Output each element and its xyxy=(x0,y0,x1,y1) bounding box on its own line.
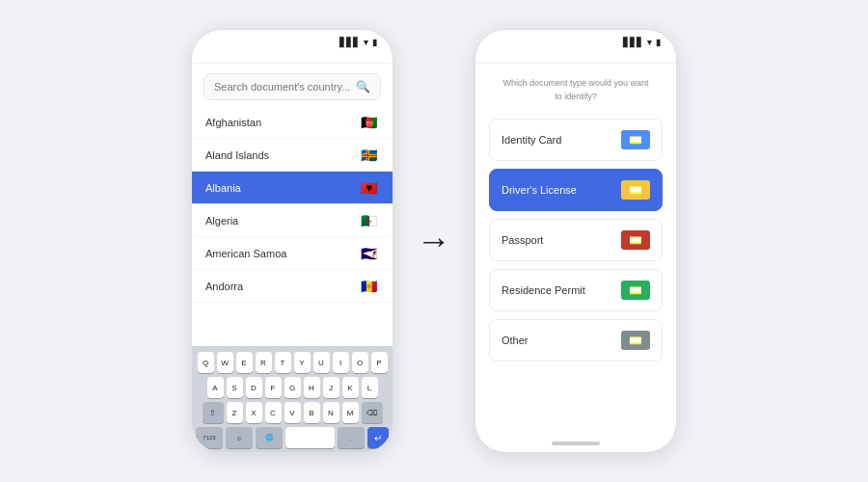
key-v[interactable]: V xyxy=(285,402,301,423)
keyboard-bottom: 7123 ☺ 🌐 . ↵ xyxy=(196,427,389,448)
key-d[interactable]: D xyxy=(246,377,262,398)
keyboard-row-3: ⇧ZXCVBNM⌫ xyxy=(196,402,389,423)
doc-option-residencepermit[interactable]: Residence Permit 💳 xyxy=(489,269,663,311)
doc-icon-gray: 💳 xyxy=(621,331,650,350)
flag-icon: 🇦🇽 xyxy=(358,147,379,162)
keyboard-row-2: ASDFGHJKL xyxy=(196,377,389,398)
doc-option-other[interactable]: Other 💳 xyxy=(489,319,663,362)
flag-icon: 🇩🇿 xyxy=(358,213,379,228)
doc-options-list: Identity Card 💳 Driver's License 💳 Passp… xyxy=(489,119,663,362)
status-bar-2: ▋▋▋ ▾ ▮ xyxy=(475,30,676,51)
doc-option-label: Identity Card xyxy=(502,134,561,146)
key-b[interactable]: B xyxy=(304,402,320,423)
keyboard[interactable]: QWERTYUIOP ASDFGHJKL ⇧ZXCVBNM⌫ 7123 ☺ 🌐 … xyxy=(192,346,393,452)
country-row[interactable]: Andorra🇦🇩 xyxy=(192,270,393,303)
doc-icon-blue: 💳 xyxy=(621,130,650,149)
signal-icon: ▋▋▋ xyxy=(339,38,360,47)
key-c[interactable]: C xyxy=(265,402,282,423)
country-name: Algeria xyxy=(205,215,238,227)
globe-key[interactable]: 🌐 xyxy=(256,427,283,448)
doc-option-label: Passport xyxy=(502,234,543,246)
doc-option-driverslicense[interactable]: Driver's License 💳 xyxy=(489,169,663,211)
key-m[interactable]: M xyxy=(342,402,359,423)
signal-icon-2: ▋▋▋ xyxy=(623,38,643,47)
key-x[interactable]: X xyxy=(246,402,262,423)
country-row[interactable]: Afghanistan🇦🇫 xyxy=(192,106,393,139)
home-bar xyxy=(552,442,600,445)
key-t[interactable]: T xyxy=(275,352,291,373)
key-i[interactable]: I xyxy=(333,352,349,373)
key-r[interactable]: R xyxy=(256,352,272,373)
phone1-header xyxy=(192,51,393,64)
country-row[interactable]: Aland Islands🇦🇽 xyxy=(192,139,393,172)
key-g[interactable]: G xyxy=(285,377,301,398)
keyboard-row-1: QWERTYUIOP xyxy=(196,352,389,373)
number-key[interactable]: 7123 xyxy=(196,427,223,448)
country-row[interactable]: Algeria🇩🇿 xyxy=(192,204,393,237)
key-q[interactable]: Q xyxy=(198,352,214,373)
phone2-header xyxy=(475,51,676,64)
key-j[interactable]: J xyxy=(323,377,339,398)
status-bar-1: ▋▋▋ ▾ ▮ xyxy=(192,30,393,51)
country-name: Andorra xyxy=(205,281,243,292)
country-name: American Samoa xyxy=(205,248,286,259)
key-s[interactable]: S xyxy=(227,377,243,398)
doc-type-subtitle: Which document type would you wantto ide… xyxy=(489,77,663,103)
search-bar[interactable]: 🔍 xyxy=(203,73,381,100)
country-list: Afghanistan🇦🇫Aland Islands🇦🇽Albania🇦🇱Alg… xyxy=(192,106,393,346)
flag-icon: 🇦🇱 xyxy=(358,180,379,195)
wifi-icon-2: ▾ xyxy=(647,38,652,47)
key-f[interactable]: F xyxy=(265,377,282,398)
backspace-key[interactable]: ⌫ xyxy=(362,402,383,423)
wifi-icon: ▾ xyxy=(364,38,368,47)
battery-icon: ▮ xyxy=(372,38,377,47)
dot-key[interactable]: . xyxy=(338,427,365,448)
phone-doc-type: ▋▋▋ ▾ ▮ Which document type would you wa… xyxy=(475,29,677,453)
phone-country-search: ▋▋▋ ▾ ▮ 🔍 Afghanistan🇦🇫Aland Islands🇦🇽Al… xyxy=(191,29,393,453)
key-n[interactable]: N xyxy=(323,402,339,423)
key-p[interactable]: P xyxy=(371,352,388,373)
key-k[interactable]: K xyxy=(342,377,359,398)
search-icon: 🔍 xyxy=(356,80,370,94)
doc-type-content: Which document type would you wantto ide… xyxy=(475,64,676,435)
battery-icon-2: ▮ xyxy=(656,38,661,47)
doc-option-identitycard[interactable]: Identity Card 💳 xyxy=(489,119,663,161)
country-name: Albania xyxy=(205,182,241,194)
key-l[interactable]: L xyxy=(362,377,378,398)
key-h[interactable]: H xyxy=(304,377,320,398)
country-row[interactable]: American Samoa🇦🇸 xyxy=(192,237,393,270)
shift-key[interactable]: ⇧ xyxy=(203,402,224,423)
flag-icon: 🇦🇸 xyxy=(358,246,379,260)
main-scene: ▋▋▋ ▾ ▮ 🔍 Afghanistan🇦🇫Aland Islands🇦🇽Al… xyxy=(0,0,868,482)
flag-icon: 🇦🇩 xyxy=(358,279,379,293)
country-name: Aland Islands xyxy=(205,149,269,161)
status-icons-2: ▋▋▋ ▾ ▮ xyxy=(623,38,661,47)
doc-icon-red: 💳 xyxy=(621,230,650,250)
return-key[interactable]: ↵ xyxy=(367,427,389,448)
doc-option-label: Driver's License xyxy=(502,184,577,196)
flag-icon: 🇦🇫 xyxy=(358,115,379,129)
transition-arrow: → xyxy=(417,221,451,261)
country-row[interactable]: Albania🇦🇱 xyxy=(192,172,393,204)
status-icons-1: ▋▋▋ ▾ ▮ xyxy=(339,38,377,47)
key-y[interactable]: Y xyxy=(294,352,311,373)
search-input[interactable] xyxy=(214,81,356,93)
key-a[interactable]: A xyxy=(207,377,224,398)
doc-option-passport[interactable]: Passport 💳 xyxy=(489,219,663,261)
doc-option-label: Residence Permit xyxy=(502,284,585,296)
country-name: Afghanistan xyxy=(205,117,261,128)
arrow-symbol: → xyxy=(417,221,451,261)
doc-icon-green: 💳 xyxy=(621,281,650,300)
doc-icon-yellow: 💳 xyxy=(621,180,650,200)
key-e[interactable]: E xyxy=(236,352,253,373)
emoji-key[interactable]: ☺ xyxy=(226,427,253,448)
home-indicator xyxy=(475,435,676,452)
key-u[interactable]: U xyxy=(313,352,330,373)
key-w[interactable]: W xyxy=(217,352,233,373)
key-o[interactable]: O xyxy=(352,352,368,373)
space-key[interactable] xyxy=(285,427,335,448)
key-z[interactable]: Z xyxy=(227,402,243,423)
doc-option-label: Other xyxy=(502,335,529,346)
